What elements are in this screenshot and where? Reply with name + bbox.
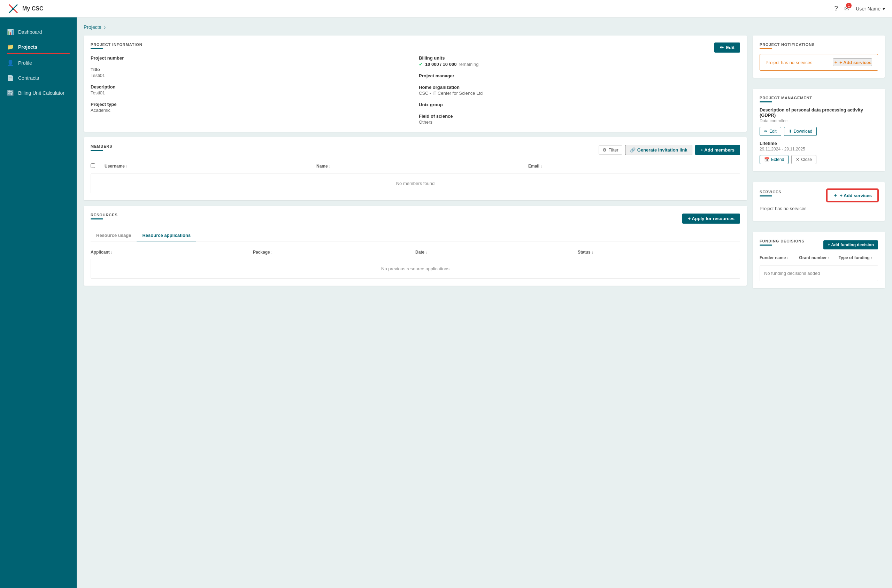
svg-point-3 <box>12 8 14 10</box>
billing-units-field: Billing units ✔ 10 000 / 10 000 remainin… <box>419 56 740 67</box>
tab-resource-applications-label: Resource applications <box>142 233 191 238</box>
project-number-label: Project number <box>91 56 412 61</box>
status-sort-icon[interactable]: ↕ <box>592 250 593 254</box>
add-services-icon: ＋ <box>833 192 838 198</box>
project-type-label: Project type <box>91 102 412 107</box>
sidebar-item-billing[interactable]: 🔄 Billing Unit Calculator <box>0 86 77 100</box>
funder-sort-icon[interactable]: ↓ <box>787 256 788 260</box>
members-empty-text: No members found <box>396 181 435 186</box>
email-sort-icon[interactable]: ↕ <box>541 164 542 168</box>
date-col-header: Date ↓ <box>415 250 578 255</box>
project-type-value: Academic <box>91 108 412 113</box>
breadcrumb-parent[interactable]: Projects <box>84 24 101 30</box>
filter-button[interactable]: ⚙ Filter <box>599 145 622 154</box>
tab-resource-usage[interactable]: Resource usage <box>91 230 137 242</box>
project-info-card: PROJECT INFORMATION ✏ Edit Project numbe… <box>84 36 747 132</box>
add-funding-button[interactable]: + Add funding decision <box>823 240 878 249</box>
extend-button[interactable]: 📅 Extend <box>760 155 788 164</box>
notifications-icon[interactable]: ✉ 1 <box>844 5 850 12</box>
project-info-fields: Project number Title Testi01 Description… <box>91 56 740 125</box>
gdpr-download-button[interactable]: ⬇ Download <box>784 127 817 136</box>
gdpr-edit-label: Edit <box>769 129 777 134</box>
funding-table-header: Funder name ↓ Grant number ↕ Type of fun… <box>760 252 878 264</box>
close-x-icon: ✕ <box>796 157 799 162</box>
resources-table-header: Applicant ↕ Package ↕ Date ↓ Status <box>91 247 740 257</box>
sidebar-projects-wrapper: 📁 Projects <box>0 39 77 54</box>
contracts-icon: 📄 <box>7 75 14 81</box>
app-title: My CSC <box>22 6 43 12</box>
funding-title-block: FUNDING DECISIONS <box>760 239 805 250</box>
field-of-science-field: Field of science Others <box>419 114 740 125</box>
home-org-label: Home organization <box>419 85 740 90</box>
funding-decisions-card: FUNDING DECISIONS + Add funding decision… <box>752 232 885 288</box>
services-underline <box>760 195 772 196</box>
close-label: Close <box>801 157 812 162</box>
project-info-underline <box>91 48 103 49</box>
applicant-col-header: Applicant ↕ <box>91 250 253 255</box>
topbar-right: ? ✉ 1 User Name ▾ <box>834 4 885 12</box>
generate-invite-button[interactable]: 🔗 Generate invitation link <box>625 145 692 155</box>
main-content: Projects › PROJECT INFORMATION ✏ Edit <box>77 17 892 588</box>
notification-add-services-button[interactable]: ＋ + Add services <box>833 58 872 66</box>
description-label: Description <box>91 84 412 90</box>
checkbox-col[interactable] <box>91 164 105 169</box>
grant-sort-icon[interactable]: ↕ <box>828 256 830 260</box>
gdpr-edit-button[interactable]: ✏ Edit <box>760 127 781 136</box>
email-col-label: Email <box>528 164 539 169</box>
tab-resource-usage-label: Resource usage <box>96 233 131 238</box>
sidebar-item-dashboard[interactable]: 📊 Dashboard <box>0 24 77 39</box>
breadcrumb: Projects › <box>84 24 885 30</box>
billing-units-remaining: remaining <box>458 62 478 67</box>
field-of-science-value: Others <box>419 120 740 125</box>
edit-pencil-icon: ✏ <box>720 45 724 50</box>
filter-label: Filter <box>608 147 619 153</box>
funding-type-col-label: Type of funding <box>839 255 870 260</box>
apply-resources-button[interactable]: + Apply for resources <box>682 213 740 224</box>
name-sort-icon[interactable]: ↕ <box>329 164 331 168</box>
billing-check-icon: ✔ <box>419 61 423 67</box>
funding-type-col-header: Type of funding ↕ <box>839 255 878 260</box>
date-sort-icon[interactable]: ↓ <box>425 250 427 254</box>
project-number-field: Project number <box>91 56 412 61</box>
profile-icon: 👤 <box>7 60 14 66</box>
username-col-header: Username ↑ <box>105 164 316 169</box>
user-menu[interactable]: User Name ▾ <box>856 6 885 12</box>
grant-col-label: Grant number <box>799 255 826 260</box>
apply-resources-label: + Apply for resources <box>688 216 734 221</box>
close-button[interactable]: ✕ Close <box>791 155 816 164</box>
services-empty-text: Project has no services <box>760 203 878 214</box>
sidebar-item-contracts[interactable]: 📄 Contracts <box>0 70 77 86</box>
filter-icon: ⚙ <box>602 147 607 153</box>
edit-project-button[interactable]: ✏ Edit <box>714 42 740 52</box>
members-header: MEMBERS ⚙ Filter 🔗 Generate invitation l… <box>91 144 740 156</box>
projects-active-indicator <box>7 53 70 54</box>
help-icon[interactable]: ? <box>834 4 838 12</box>
sidebar-item-profile[interactable]: 👤 Profile <box>0 56 77 70</box>
applicant-sort-icon[interactable]: ↕ <box>111 250 113 254</box>
email-col-header: Email ↕ <box>528 164 740 169</box>
add-members-button[interactable]: + Add members <box>695 145 740 155</box>
title-field: Title Testi01 <box>91 67 412 78</box>
funder-col-label: Funder name <box>760 255 786 260</box>
add-services-label: + Add services <box>840 193 872 198</box>
members-underline <box>91 150 103 151</box>
package-sort-icon[interactable]: ↕ <box>271 250 273 254</box>
members-actions: ⚙ Filter 🔗 Generate invitation link + Ad… <box>599 145 740 155</box>
management-underline <box>760 101 772 102</box>
funder-col-header: Funder name ↓ <box>760 255 799 260</box>
no-services-notification: Project has no services ＋ + Add services <box>760 54 878 71</box>
applicant-col-label: Applicant <box>91 250 110 255</box>
billing-units-label: Billing units <box>419 56 740 61</box>
home-org-value: CSC - IT Center for Science Ltd <box>419 91 740 96</box>
username-sort-icon[interactable]: ↑ <box>126 164 128 168</box>
sidebar-item-projects[interactable]: 📁 Projects <box>0 39 77 54</box>
resources-underline <box>91 218 103 219</box>
services-header: SERVICES ＋ + Add services <box>760 189 878 202</box>
resources-empty-text: No previous resource applications <box>381 266 449 272</box>
description-field: Description Testi01 <box>91 84 412 96</box>
funding-type-sort-icon[interactable]: ↕ <box>871 256 872 260</box>
select-all-checkbox[interactable] <box>91 164 95 168</box>
extend-icon: 📅 <box>764 157 769 162</box>
tab-resource-applications[interactable]: Resource applications <box>137 230 196 242</box>
add-services-button[interactable]: ＋ + Add services <box>827 189 878 202</box>
